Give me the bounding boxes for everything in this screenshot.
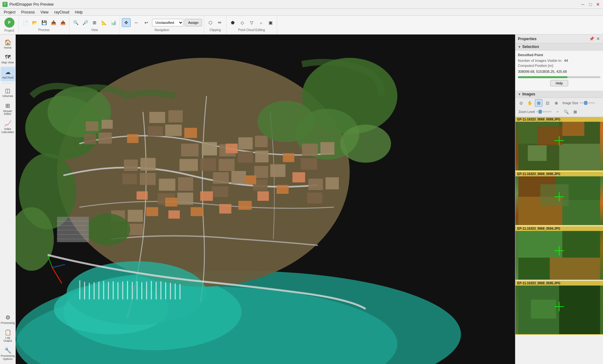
mapview-icon: 🗺: [5, 54, 11, 61]
images-section-header[interactable]: ▼ Images: [515, 91, 603, 98]
svg-rect-75: [84, 282, 85, 299]
toolbar-group-pce: ⬟ ◇ ▽ ⬦ ▣ Point Cloud Editing: [226, 16, 277, 34]
svg-rect-30: [255, 151, 269, 162]
sidebar-item-home[interactable]: 🏠 Home: [1, 37, 15, 51]
image-thumb-4[interactable]: EP-11-16323_0068_0595.JPG: [515, 281, 603, 335]
volumes-icon: ◫: [5, 87, 10, 94]
pan-button[interactable]: ↔: [132, 18, 141, 27]
navigate-button[interactable]: ✥: [122, 18, 131, 27]
volume-button[interactable]: 📊: [109, 18, 118, 27]
sidebar-item-volumes[interactable]: ◫ Volumes: [1, 85, 15, 100]
sidebar-item-mosaic[interactable]: ⊞ Mosaic Editor: [1, 100, 15, 118]
measure-button[interactable]: 📐: [100, 18, 108, 27]
sidebar-item-mapview[interactable]: 🗺 Map View: [1, 52, 15, 66]
svg-rect-46: [184, 128, 197, 138]
svg-rect-65: [302, 144, 318, 156]
svg-rect-96: [57, 217, 89, 242]
image-size-slider[interactable]: [579, 102, 595, 104]
svg-rect-86: [137, 281, 138, 299]
svg-rect-122: [519, 226, 562, 258]
zoom-minus-button[interactable]: −: [554, 108, 561, 115]
classification-dropdown[interactable]: Unclassified Ground Low Vegetation Mediu…: [152, 19, 183, 26]
zoom-out-button[interactable]: 🔎: [81, 18, 90, 27]
computed-pos-value: 308099.68, 5153836.25, 425.68: [518, 70, 567, 73]
sidebar-item-options[interactable]: 🔧 Processing Options: [1, 345, 15, 363]
thumb-3-image: [515, 226, 603, 280]
svg-rect-41: [212, 186, 228, 197]
zoom-level-label: Zoom Level: [519, 110, 535, 114]
left-sidebar: 🏠 Home 🗺 Map View ☁ rayCloud ◫ Volumes ⊞…: [0, 35, 16, 364]
export-button[interactable]: 📤: [58, 18, 67, 27]
import-button[interactable]: 📥: [49, 18, 58, 27]
toolbar-group-clipping: ⬡ ✏ Clipping: [204, 16, 226, 34]
svg-rect-76: [89, 283, 90, 299]
open-project-button[interactable]: 📂: [30, 18, 39, 27]
sidebar-item-index[interactable]: 📈 Index Calculator: [1, 118, 15, 136]
index-icon: 📈: [4, 120, 11, 127]
menu-raycloud[interactable]: rayCloud: [52, 9, 72, 15]
fit-view-button[interactable]: ⊞: [90, 18, 99, 27]
zoom-level-slider[interactable]: [536, 111, 552, 112]
zoom-search-button[interactable]: 🔍: [562, 108, 570, 115]
mosaic-icon: ⊞: [5, 102, 10, 109]
menu-view[interactable]: View: [38, 9, 51, 15]
svg-rect-59: [168, 210, 180, 218]
img-hand-button[interactable]: ✋: [526, 99, 534, 107]
back-button[interactable]: ↩: [142, 18, 151, 27]
svg-rect-55: [258, 191, 269, 201]
selection-section-header[interactable]: ▼ Selection: [515, 43, 603, 51]
save-project-button[interactable]: 💾: [40, 18, 48, 27]
computed-pos-row: Computed Position [m]:: [518, 64, 600, 67]
panel-close-button[interactable]: ✕: [595, 36, 600, 41]
zoom-fit-button[interactable]: ⊠: [571, 108, 579, 115]
menu-process[interactable]: Process: [19, 9, 37, 15]
menu-help[interactable]: Help: [73, 9, 85, 15]
pce-grid-button[interactable]: ▣: [266, 18, 275, 27]
image-thumb-3[interactable]: EP-11-16323_0068_0594.JPG: [515, 226, 603, 280]
logoutput-icon: 📋: [4, 329, 11, 336]
svg-point-7: [47, 86, 111, 137]
edit-clipping-button[interactable]: ✏: [215, 18, 224, 27]
clipping-box-button[interactable]: ⬡: [206, 18, 215, 27]
minimize-button[interactable]: ─: [580, 2, 585, 7]
image-thumb-2[interactable]: EP-11-16323_0068_0090.JPG: [515, 172, 603, 226]
img-link-button[interactable]: ⊙: [517, 99, 525, 107]
sidebar-item-logoutput[interactable]: 📋 Log Output: [1, 327, 15, 345]
svg-rect-52: [283, 153, 294, 162]
svg-point-10: [340, 125, 391, 163]
image-thumb-1[interactable]: EP-11-16323_0068_0089.JPG: [515, 117, 603, 171]
img-more-button[interactable]: ⊕: [552, 99, 560, 107]
svg-rect-29: [238, 152, 253, 163]
toolbar-group-view: 🔍 🔎 ⊞ 📐 📊 View: [69, 16, 120, 34]
assign-button[interactable]: Assign: [185, 19, 202, 26]
svg-rect-78: [98, 281, 99, 299]
main-viewport[interactable]: [16, 35, 515, 364]
maximize-button[interactable]: □: [588, 2, 593, 7]
svg-rect-88: [146, 281, 147, 299]
close-button[interactable]: ✕: [595, 2, 600, 7]
titlebar: P Pix4Dmapper Pro Preview ─ □ ✕: [0, 0, 603, 9]
new-project-button[interactable]: 📄: [21, 18, 30, 27]
pce-brush-button[interactable]: ▽: [247, 18, 256, 27]
menu-project[interactable]: Project: [1, 9, 18, 15]
sidebar-index-label: Index Calculator: [1, 128, 14, 134]
svg-rect-32: [140, 158, 156, 171]
sidebar-divider-1: [2, 83, 14, 83]
pce-select-button[interactable]: ⬟: [228, 18, 237, 27]
pce-lasso-button[interactable]: ◇: [238, 18, 247, 27]
sidebar-item-processing[interactable]: ⚙ Processing: [1, 312, 15, 327]
sidebar-item-raycloud[interactable]: ☁ rayCloud: [1, 67, 15, 81]
help-button[interactable]: Help: [550, 80, 568, 86]
zoom-in-button[interactable]: 🔍: [71, 18, 80, 27]
img-grid-button[interactable]: ⊞: [535, 99, 542, 107]
svg-rect-85: [132, 282, 133, 299]
svg-rect-16: [98, 132, 112, 143]
img-fit-button[interactable]: ⊡: [544, 99, 551, 107]
thumb-1-image: [515, 117, 603, 170]
pce-more-button[interactable]: ⬦: [257, 18, 265, 27]
svg-rect-124: [519, 258, 550, 280]
image-size-thumb: [584, 101, 587, 105]
svg-rect-50: [165, 198, 177, 206]
logo-button[interactable]: P: [4, 18, 14, 28]
panel-pin-button[interactable]: 📌: [589, 36, 594, 41]
